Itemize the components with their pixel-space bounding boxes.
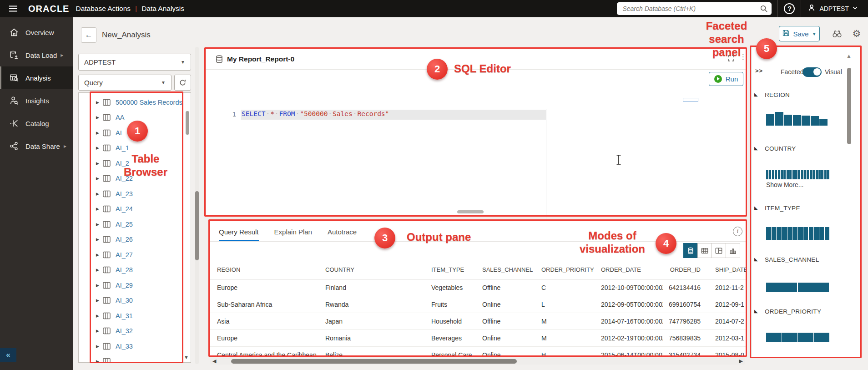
- table-row[interactable]: EuropeFinlandVegetablesOfflineC2012-10-0…: [210, 279, 747, 296]
- table-name[interactable]: AA: [116, 114, 124, 121]
- expand-icon[interactable]: ▶: [96, 253, 102, 257]
- vertical-scrollbar-thumb[interactable]: [195, 191, 199, 260]
- object-type-select[interactable]: Query▼: [78, 75, 172, 91]
- facet-bar[interactable]: [789, 170, 792, 179]
- tab-query-result[interactable]: Query Result: [219, 221, 259, 241]
- facet-bar[interactable]: [795, 170, 797, 179]
- show-more-link[interactable]: Show More...: [766, 181, 803, 188]
- facet-bar[interactable]: [825, 227, 830, 240]
- facet-bar[interactable]: [816, 170, 818, 179]
- tab-explain-plan[interactable]: Explain Plan: [274, 221, 312, 241]
- facet-bar[interactable]: [766, 114, 774, 126]
- facet-bar[interactable]: [775, 170, 777, 179]
- table-name[interactable]: AI_32: [116, 327, 133, 335]
- table-name[interactable]: 500000 Sales Records: [116, 99, 182, 106]
- facet-bar[interactable]: [792, 170, 795, 179]
- table-list-item[interactable]: ▶500000 Sales Records: [79, 95, 191, 110]
- table-name[interactable]: AI_24: [116, 205, 133, 213]
- user-menu[interactable]: ADPTEST: [807, 3, 858, 14]
- table-name[interactable]: AI_26: [116, 236, 133, 243]
- facet-bar[interactable]: [777, 227, 782, 240]
- facet-bar[interactable]: [814, 333, 829, 342]
- sidebar-collapse-button[interactable]: «: [0, 348, 16, 362]
- facet-collapse-triangle-icon[interactable]: ◣: [754, 257, 758, 262]
- facet-bar[interactable]: [804, 170, 806, 179]
- sidebar-item-insights[interactable]: Insights: [0, 89, 73, 112]
- table-name[interactable]: AI_25: [116, 221, 133, 228]
- facet-bar[interactable]: [775, 112, 783, 126]
- sidebar-item-data-load[interactable]: Data Load▸: [0, 44, 73, 66]
- table-list-item[interactable]: ▶AI_26: [79, 232, 191, 248]
- facet-bar[interactable]: [782, 333, 797, 342]
- binoculars-icon[interactable]: [831, 28, 843, 40]
- table-list-item[interactable]: ▶AI_24: [79, 202, 191, 217]
- facet-bar[interactable]: [782, 227, 787, 240]
- table-name[interactable]: AI_33: [116, 343, 133, 350]
- facet-bar[interactable]: [811, 116, 819, 126]
- facet-bar[interactable]: [814, 227, 819, 240]
- table-row[interactable]: EuropeRomaniaBeveragesOnlineM2012-02-19T…: [210, 329, 747, 346]
- facet-bar[interactable]: [819, 227, 824, 240]
- facet-bar[interactable]: [818, 170, 821, 179]
- facet-bar[interactable]: [792, 227, 797, 240]
- column-header-country[interactable]: COUNTRY: [318, 261, 424, 279]
- table-row[interactable]: Central America and the CaribbeanBelizeP…: [210, 346, 747, 356]
- table-list-item[interactable]: ▶AI_25: [79, 217, 191, 232]
- expand-icon[interactable]: ▶: [96, 207, 102, 211]
- table-list-item[interactable]: ▶AI_32: [79, 324, 191, 339]
- expand-icon[interactable]: ▶: [96, 314, 102, 318]
- facet-collapse-triangle-icon[interactable]: ◣: [754, 205, 758, 210]
- column-header-ship_date[interactable]: SHIP_DATE: [701, 261, 747, 279]
- table-list-item[interactable]: ▶AI_28: [79, 263, 191, 278]
- facet-bar[interactable]: [798, 227, 803, 240]
- table-list-item[interactable]: ▶AI: [79, 125, 191, 141]
- facet-bar[interactable]: [809, 227, 814, 240]
- expand-icon[interactable]: ▶: [96, 161, 102, 166]
- table-list-item[interactable]: ▶AI_1: [79, 141, 191, 156]
- expand-icon[interactable]: ▶: [96, 176, 102, 181]
- table-name[interactable]: AI_23: [116, 190, 133, 198]
- expand-icon[interactable]: ▶: [96, 298, 102, 303]
- table-name[interactable]: AI_28: [116, 266, 133, 274]
- table-name[interactable]: AI_31: [116, 312, 133, 319]
- facet-bar[interactable]: [787, 227, 792, 240]
- table-list-item[interactable]: ▶AI_29: [79, 278, 191, 293]
- table-list-item[interactable]: ▶AI_31: [79, 308, 191, 324]
- table-list-item[interactable]: ▶AI_27: [79, 247, 191, 263]
- mode-table-button[interactable]: [697, 243, 712, 258]
- column-header-item_type[interactable]: ITEM_TYPE: [424, 261, 475, 279]
- facet-bar[interactable]: [824, 170, 827, 179]
- expand-icon[interactable]: ▶: [96, 359, 102, 363]
- facet-bar[interactable]: [783, 170, 786, 179]
- sidebar-item-analysis[interactable]: Analysis: [0, 66, 73, 89]
- facet-bar[interactable]: [798, 170, 800, 179]
- table-name[interactable]: AI_27: [116, 251, 133, 258]
- table-name[interactable]: AI_1: [116, 144, 129, 152]
- sql-editor-area[interactable]: 1 SELECT·*·FROM·"500000·Sales·Records": [206, 70, 746, 217]
- expand-icon[interactable]: ▶: [96, 115, 102, 120]
- search-input[interactable]: [622, 5, 754, 12]
- expand-icon[interactable]: ▶: [96, 268, 102, 272]
- column-header-region[interactable]: REGION: [210, 261, 318, 279]
- table-list-item[interactable]: ▶AA: [79, 110, 191, 126]
- horizontal-scrollbar[interactable]: ◀ ▶: [210, 358, 745, 365]
- facet-bar[interactable]: [807, 170, 809, 179]
- facet-bar[interactable]: [766, 170, 768, 179]
- facet-bar[interactable]: [772, 227, 777, 240]
- facet-bar[interactable]: [798, 283, 829, 292]
- mode-split-button[interactable]: [712, 243, 726, 258]
- hamburger-menu-icon[interactable]: [9, 5, 17, 12]
- table-list-item[interactable]: ▶AI_22: [79, 171, 191, 187]
- facet-bar[interactable]: [802, 116, 810, 126]
- facet-collapse-triangle-icon[interactable]: ◣: [754, 146, 758, 151]
- column-header-sales_channel[interactable]: SALES_CHANNEL: [475, 261, 534, 279]
- facet-bar[interactable]: [801, 170, 803, 179]
- save-button[interactable]: Save ▼: [779, 26, 820, 41]
- column-header-order_id[interactable]: ORDER_ID: [663, 261, 701, 279]
- list-scrollbar-thumb[interactable]: [186, 111, 189, 135]
- expand-icon[interactable]: ▶: [96, 192, 102, 196]
- expand-icon[interactable]: ▶: [96, 146, 102, 150]
- table-name[interactable]: AI_30: [116, 297, 133, 304]
- expand-icon[interactable]: ▶: [96, 237, 102, 242]
- facet-scrollbar-thumb[interactable]: [847, 68, 851, 144]
